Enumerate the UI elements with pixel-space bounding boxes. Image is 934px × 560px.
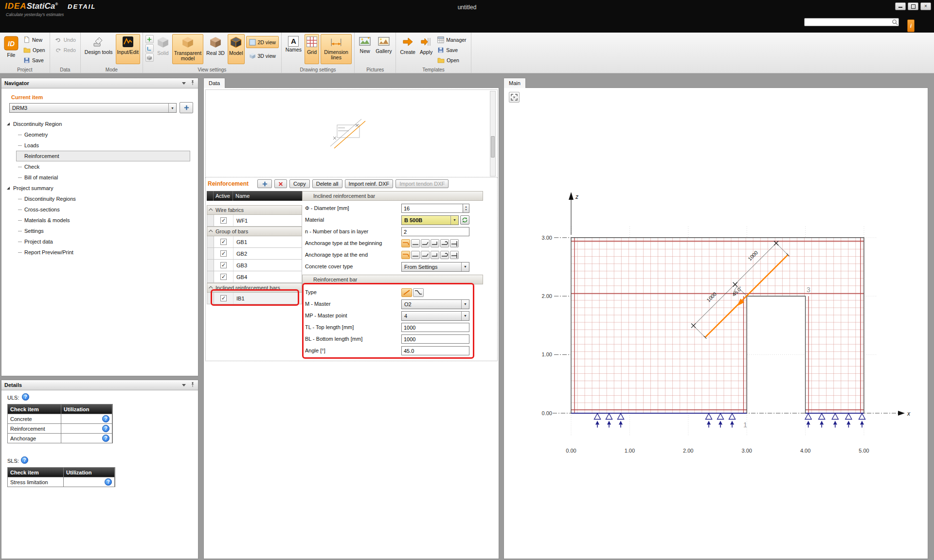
anchorage-bend-button[interactable] — [421, 251, 430, 259]
add-reinforcement-button[interactable] — [257, 179, 272, 188]
angle-input[interactable] — [401, 346, 469, 355]
table-row-gb3[interactable]: ✓ GB3 — [207, 260, 302, 271]
preview-scrollbar[interactable] — [490, 91, 496, 176]
picture-new-button[interactable]: New — [357, 34, 373, 64]
undo-button[interactable]: Undo — [53, 35, 78, 44]
top-length-input[interactable] — [401, 323, 469, 332]
active-checkbox[interactable]: ✓ — [220, 295, 227, 301]
tree-item-reinforcement[interactable]: Reinforcement — [1, 151, 197, 161]
template-create-button[interactable]: Create — [398, 34, 417, 64]
tree-item-bill-of-material[interactable]: Bill of material — [1, 172, 197, 183]
pin-icon[interactable] — [190, 80, 195, 87]
3d-view-button[interactable]: 3D view — [246, 50, 279, 62]
add-view-plus-button[interactable] — [145, 35, 154, 43]
add-item-button[interactable] — [180, 102, 193, 113]
anchorage-hook-button[interactable] — [401, 239, 410, 247]
tree-item-discontinuity-regions[interactable]: Discontinuity Regions — [1, 193, 197, 204]
main-tab[interactable]: Main — [503, 78, 526, 88]
model-button[interactable]: Model — [228, 34, 245, 64]
active-checkbox[interactable]: ✓ — [220, 262, 227, 268]
tree-item-cross-sections[interactable]: Cross-sections — [1, 204, 197, 215]
group-group-of-bars[interactable]: Group of bars — [207, 227, 302, 236]
table-row-gb2[interactable]: ✓ GB2 — [207, 248, 302, 260]
collapse-arrow-icon[interactable] — [182, 80, 186, 86]
2d-view-button[interactable]: 2D view — [246, 36, 279, 48]
cube-view-button[interactable] — [145, 53, 154, 62]
active-checkbox[interactable]: ✓ — [220, 274, 227, 280]
cover-type-dropdown[interactable]: From Settings — [401, 262, 469, 272]
input-edit-button[interactable]: Input/Edit — [116, 34, 140, 64]
table-row-gb1[interactable]: ✓ GB1 — [207, 236, 302, 248]
anchorage-loop-button[interactable] — [440, 251, 449, 259]
dimension-lines-button[interactable]: Dimension lines — [321, 34, 352, 64]
uls-help-icon[interactable]: ? — [22, 393, 29, 401]
collapse-arrow-icon[interactable] — [182, 382, 186, 388]
names-button[interactable]: A Names — [284, 34, 303, 64]
template-save-button[interactable]: Save — [435, 45, 468, 54]
anchorage-straight-button[interactable] — [411, 239, 420, 247]
new-button[interactable]: New — [21, 35, 47, 44]
table-row-wf1[interactable]: ✓ WF1 — [207, 215, 302, 227]
anchorage-right-angle-button[interactable] — [431, 251, 439, 259]
transparent-model-button[interactable]: Transparent model — [172, 34, 203, 64]
help-icon[interactable]: ? — [105, 478, 112, 486]
redo-button[interactable]: Redo — [53, 45, 78, 54]
tree-item-settings[interactable]: Settings — [1, 226, 197, 236]
maximize-button[interactable] — [908, 2, 918, 10]
bottom-length-input[interactable] — [401, 334, 469, 344]
template-apply-button[interactable]: Apply — [418, 34, 434, 64]
search-input[interactable] — [805, 19, 891, 25]
tree-item-loads[interactable]: Loads — [1, 140, 197, 151]
zoom-extents-button[interactable] — [509, 92, 520, 103]
help-icon[interactable]: ? — [102, 435, 109, 442]
close-button[interactable]: × — [920, 2, 931, 10]
active-checkbox[interactable]: ✓ — [220, 217, 227, 224]
diameter-input[interactable] — [401, 204, 463, 213]
table-row-ib1[interactable]: ✓ IB1 — [207, 293, 302, 304]
tree-item-report-preview-print[interactable]: Report Preview/Print — [1, 247, 197, 258]
copy-button[interactable]: Copy — [289, 179, 310, 188]
help-icon[interactable]: ? — [102, 425, 109, 432]
axes-view-button[interactable] — [145, 44, 154, 52]
search-icon[interactable] — [891, 19, 898, 25]
tree-item-project-data[interactable]: Project data — [1, 236, 197, 247]
anchorage-plate-button[interactable] — [450, 251, 459, 259]
tree-item-project-summary[interactable]: Project summary — [1, 183, 197, 193]
anchorage-hook-button[interactable] — [401, 251, 410, 259]
design-tools-button[interactable]: Design tools — [83, 34, 114, 64]
gallery-button[interactable]: Gallery — [374, 34, 393, 64]
real-3d-button[interactable]: Real 3D — [205, 34, 226, 64]
tree-item-geometry[interactable]: Geometry — [1, 129, 197, 140]
type-polyline-button[interactable] — [413, 288, 424, 297]
anchorage-plate-button[interactable] — [450, 239, 459, 247]
delete-reinforcement-button[interactable] — [274, 179, 287, 188]
type-straight-inclined-button[interactable] — [401, 288, 412, 297]
master-dropdown[interactable]: O2 — [401, 299, 469, 309]
info-button[interactable]: i — [907, 19, 915, 32]
material-dropdown[interactable]: B 500B — [401, 215, 459, 225]
import-reinf-dxf-button[interactable]: Import reinf. DXF — [345, 179, 394, 188]
expander-icon[interactable] — [6, 186, 10, 190]
group-wire-fabrics[interactable]: Wire fabrics — [207, 205, 302, 215]
open-button[interactable]: Open — [21, 45, 47, 54]
anchorage-bend-button[interactable] — [421, 239, 430, 247]
expander-icon[interactable] — [6, 122, 10, 126]
anchorage-right-angle-button[interactable] — [431, 239, 439, 247]
delete-all-button[interactable]: Delete all — [312, 179, 342, 188]
structure-canvas[interactable]: x z — [504, 88, 928, 559]
nbars-input[interactable] — [401, 227, 469, 236]
solid-button[interactable]: Solid — [155, 34, 171, 64]
template-manager-button[interactable]: Manager — [435, 35, 468, 44]
current-item-dropdown[interactable]: DRM3 — [9, 103, 177, 113]
tree-item-check[interactable]: Check — [1, 161, 197, 172]
anchorage-straight-button[interactable] — [411, 251, 420, 259]
save-button[interactable]: Save — [21, 55, 47, 65]
anchorage-loop-button[interactable] — [440, 239, 449, 247]
active-checkbox[interactable]: ✓ — [220, 250, 227, 257]
file-button[interactable]: ID File — [2, 34, 20, 64]
sls-help-icon[interactable]: ? — [21, 456, 28, 464]
spinner-buttons[interactable]: ▲▼ — [463, 204, 469, 213]
template-open-button[interactable]: Open — [435, 55, 468, 65]
pin-icon[interactable] — [190, 382, 195, 388]
scrollbar-thumb[interactable] — [491, 136, 495, 158]
